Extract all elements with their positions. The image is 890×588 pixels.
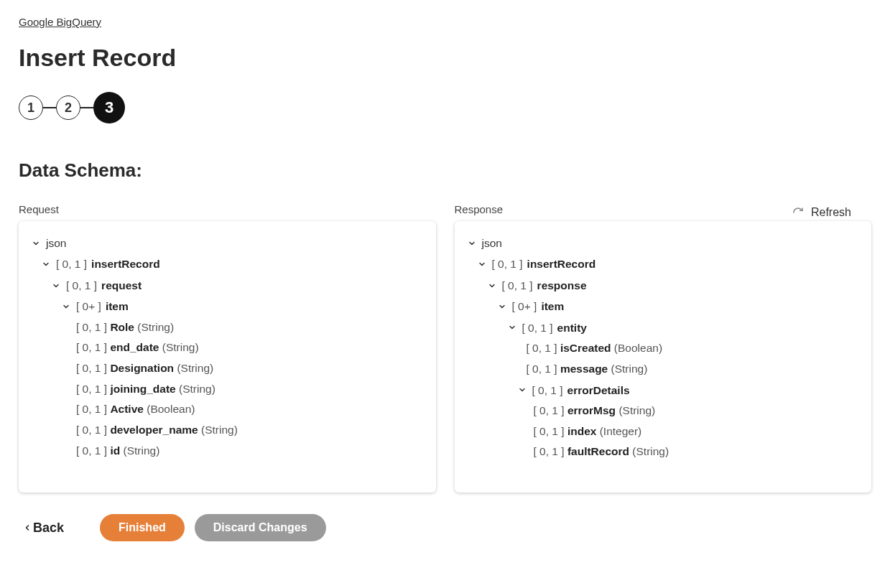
tree-leaf[interactable]: [ 0, 1 ] index (Integer)	[468, 421, 859, 442]
cardinality: [ 0, 1 ]	[534, 425, 567, 437]
tree-node[interactable]: json	[468, 233, 859, 253]
chevron-down-icon	[488, 281, 498, 290]
back-label: Back	[33, 521, 64, 536]
field-name: id	[110, 444, 123, 457]
step-3[interactable]: 3	[93, 92, 125, 123]
field-type: (String)	[632, 445, 669, 457]
step-1[interactable]: 1	[19, 95, 43, 120]
node-label: json	[46, 233, 66, 253]
tree-leaf[interactable]: [ 0, 1 ] faultRecord (String)	[468, 442, 859, 462]
tree-leaf[interactable]: [ 0, 1 ] errorMsg (String)	[468, 401, 859, 421]
cardinality: [ 0, 1 ]	[56, 253, 87, 274]
cardinality: [ 0, 1 ]	[492, 253, 523, 274]
field-name: developer_name	[110, 424, 201, 436]
node-name: insertRecord	[91, 253, 160, 274]
field-type: (String)	[618, 404, 655, 416]
node-name: item	[541, 296, 564, 317]
finished-button[interactable]: Finished	[100, 514, 185, 541]
field-name: Active	[110, 403, 147, 415]
chevron-down-icon	[42, 260, 52, 269]
cardinality: [ 0, 1 ]	[76, 424, 110, 436]
response-col-title: Response	[455, 203, 872, 215]
tree-node[interactable]: [ 0, 1 ] entity	[468, 317, 859, 338]
cardinality: [ 0+ ]	[512, 296, 537, 317]
request-panel: json [ 0, 1 ] insertRecord [ 0, 1 ] requ…	[19, 221, 436, 493]
step-connector	[80, 107, 93, 108]
cardinality: [ 0, 1 ]	[522, 317, 553, 338]
request-col-title: Request	[19, 203, 436, 215]
cardinality: [ 0+ ]	[76, 296, 101, 317]
tree-node[interactable]: [ 0, 1 ] errorDetails	[468, 380, 859, 401]
field-name: faultRecord	[567, 445, 632, 457]
cardinality: [ 0, 1 ]	[76, 383, 110, 395]
tree-leaf[interactable]: [ 0, 1 ] Designation (String)	[32, 358, 423, 379]
cardinality: [ 0, 1 ]	[76, 403, 110, 415]
field-name: Role	[110, 321, 137, 333]
tree-leaf[interactable]: [ 0, 1 ] joining_date (String)	[32, 379, 423, 400]
cardinality: [ 0, 1 ]	[527, 342, 560, 354]
cardinality: [ 0, 1 ]	[502, 275, 533, 296]
field-name: isCreated	[560, 342, 614, 354]
node-name: response	[537, 275, 587, 296]
cardinality: [ 0, 1 ]	[76, 362, 110, 374]
chevron-down-icon	[52, 281, 62, 290]
chevron-down-icon	[478, 260, 488, 269]
chevron-down-icon	[62, 302, 72, 311]
chevron-down-icon	[498, 302, 508, 311]
tree-leaf[interactable]: [ 0, 1 ] Role (String)	[32, 317, 423, 338]
field-type: (String)	[162, 341, 199, 353]
cardinality: [ 0, 1 ]	[532, 380, 563, 401]
tree-leaf[interactable]: [ 0, 1 ] isCreated (Boolean)	[468, 338, 859, 359]
tree-node[interactable]: [ 0+ ] item	[32, 296, 423, 317]
field-type: (Integer)	[600, 425, 642, 437]
node-name: entity	[557, 317, 587, 338]
tree-node[interactable]: [ 0+ ] item	[468, 296, 859, 317]
tree-leaf[interactable]: [ 0, 1 ] end_date (String)	[32, 337, 423, 358]
field-name: Designation	[110, 362, 177, 374]
back-button[interactable]: Back	[23, 521, 64, 536]
node-name: request	[101, 275, 142, 296]
cardinality: [ 0, 1 ]	[66, 275, 97, 296]
tree-leaf[interactable]: [ 0, 1 ] id (String)	[32, 441, 423, 462]
field-type: (Boolean)	[147, 403, 195, 415]
cardinality: [ 0, 1 ]	[527, 363, 560, 375]
chevron-down-icon	[508, 323, 518, 332]
tree-node[interactable]: [ 0, 1 ] request	[32, 275, 423, 296]
request-tree: json [ 0, 1 ] insertRecord [ 0, 1 ] requ…	[32, 233, 423, 461]
step-connector	[43, 107, 56, 108]
field-type: (String)	[177, 362, 213, 374]
field-name: joining_date	[110, 383, 179, 395]
field-type: (String)	[179, 383, 215, 395]
cardinality: [ 0, 1 ]	[76, 341, 110, 353]
tree-leaf[interactable]: [ 0, 1 ] message (String)	[468, 359, 859, 380]
stepper: 1 2 3	[19, 92, 871, 123]
field-name: end_date	[110, 341, 162, 353]
page-title: Insert Record	[19, 44, 871, 72]
node-name: item	[106, 296, 129, 317]
field-name: errorMsg	[567, 404, 619, 416]
section-title: Data Schema:	[19, 159, 871, 182]
step-2[interactable]: 2	[56, 95, 80, 120]
response-tree: json [ 0, 1 ] insertRecord [ 0, 1 ] resp…	[468, 233, 859, 462]
response-panel: json [ 0, 1 ] insertRecord [ 0, 1 ] resp…	[455, 221, 872, 493]
tree-node[interactable]: [ 0, 1 ] response	[468, 275, 859, 296]
field-type: (String)	[123, 444, 159, 457]
chevron-down-icon	[32, 239, 42, 248]
tree-leaf[interactable]: [ 0, 1 ] Active (Boolean)	[32, 399, 423, 420]
field-name: index	[567, 425, 600, 437]
breadcrumb[interactable]: Google BigQuery	[19, 16, 101, 28]
tree-leaf[interactable]: [ 0, 1 ] developer_name (String)	[32, 420, 423, 441]
cardinality: [ 0, 1 ]	[534, 445, 567, 457]
field-type: (String)	[611, 363, 648, 375]
chevron-left-icon	[23, 523, 32, 533]
chevron-down-icon	[518, 386, 528, 394]
tree-node[interactable]: [ 0, 1 ] insertRecord	[468, 253, 859, 274]
tree-node[interactable]: [ 0, 1 ] insertRecord	[32, 253, 423, 274]
tree-node[interactable]: json	[32, 233, 423, 253]
node-name: insertRecord	[527, 253, 596, 274]
cardinality: [ 0, 1 ]	[76, 321, 110, 333]
node-label: json	[482, 233, 502, 253]
field-name: message	[560, 363, 611, 375]
discard-button[interactable]: Discard Changes	[195, 514, 326, 541]
field-type: (String)	[201, 424, 238, 436]
